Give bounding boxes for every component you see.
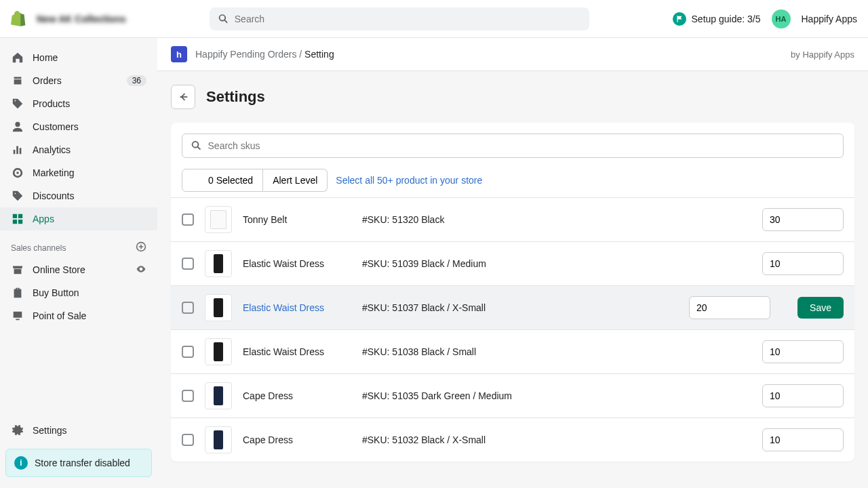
sidebar-item-settings[interactable]: Settings: [0, 419, 157, 442]
quantity-input[interactable]: [762, 384, 844, 407]
row-checkbox[interactable]: [182, 258, 194, 270]
sku-search[interactable]: [182, 134, 844, 158]
back-button[interactable]: [171, 85, 195, 109]
store-icon: [11, 263, 24, 277]
sidebar-item-marketing[interactable]: Marketing: [0, 161, 157, 184]
product-row: Tonny Belt #SKU: 51320 Black: [171, 197, 854, 241]
orders-badge: 36: [127, 75, 146, 86]
customers-icon: [11, 120, 24, 134]
sidebar-item-discounts[interactable]: Discounts: [0, 184, 157, 207]
product-name: Elastic Waist Dress: [243, 258, 351, 269]
product-name: Cape Dress: [243, 434, 351, 445]
settings-label: Settings: [33, 425, 67, 436]
store-name: New AK Collections: [37, 14, 126, 24]
user-display-name[interactable]: Happify Apps: [802, 14, 858, 24]
sidebar-item-orders[interactable]: Orders 36: [0, 69, 157, 92]
channel-label: Point of Sale: [33, 310, 86, 321]
product-row: Elastic Waist Dress #SKU: 51039 Black / …: [171, 241, 854, 285]
notice-text: Store transfer disabled: [35, 458, 130, 468]
quantity-input[interactable]: [762, 252, 844, 275]
product-name: Elastic Waist Dress: [243, 346, 351, 357]
settings-card: 0 Selected Alert Level Select all 50+ pr…: [171, 123, 854, 462]
quantity-input[interactable]: [762, 208, 844, 231]
row-checkbox[interactable]: [182, 214, 194, 226]
channel-pos[interactable]: Point of Sale: [0, 304, 157, 327]
setup-guide-label: Setup guide: 3/5: [692, 14, 761, 24]
product-sku: #SKU: 51320 Black: [362, 214, 751, 225]
select-all-link[interactable]: Select all 50+ product in your store: [336, 175, 482, 186]
product-row: Cape Dress #SKU: 51032 Black / X-Small: [171, 418, 854, 462]
product-row: Elastic Waist Dress #SKU: 51038 Black / …: [171, 329, 854, 373]
sidebar-item-label: Customers: [33, 121, 79, 132]
global-search[interactable]: [210, 7, 589, 30]
product-thumbnail: [205, 338, 232, 365]
search-icon: [191, 140, 203, 152]
sidebar-item-label: Marketing: [33, 167, 74, 178]
app-header: h Happify Pending Orders / Setting by Ha…: [157, 38, 868, 71]
product-thumbnail: [205, 294, 232, 321]
home-icon: [11, 51, 24, 64]
products-icon: [11, 97, 24, 110]
sidebar-item-home[interactable]: Home: [0, 46, 157, 69]
preview-icon[interactable]: [136, 264, 146, 277]
app-icon: h: [171, 46, 187, 62]
discounts-icon: [11, 189, 24, 203]
product-name: Tonny Belt: [243, 214, 351, 225]
analytics-icon: [11, 143, 24, 157]
breadcrumb-app[interactable]: Happify Pending Orders: [195, 49, 296, 60]
sidebar-item-label: Products: [33, 98, 70, 109]
save-button[interactable]: Save: [797, 297, 844, 319]
apps-icon: [11, 212, 24, 226]
sidebar-item-label: Analytics: [33, 144, 71, 155]
product-sku: #SKU: 51037 Black / X-Small: [362, 302, 678, 313]
search-icon: [218, 13, 229, 25]
channel-label: Online Store: [33, 264, 85, 275]
sidebar-item-products[interactable]: Products: [0, 92, 157, 115]
product-name: Cape Dress: [243, 390, 351, 401]
row-checkbox[interactable]: [182, 302, 194, 314]
sidebar: Home Orders 36 Products Customers Analyt…: [0, 38, 157, 488]
row-checkbox[interactable]: [182, 346, 194, 358]
channel-label: Buy Button: [33, 287, 79, 298]
product-sku: #SKU: 51035 Dark Green / Medium: [362, 390, 751, 401]
product-sku: #SKU: 51038 Black / Small: [362, 346, 751, 357]
product-sku: #SKU: 51032 Black / X-Small: [362, 434, 751, 445]
sku-search-input[interactable]: [208, 140, 835, 151]
marketing-icon: [11, 166, 24, 180]
selected-count-button[interactable]: 0 Selected: [182, 169, 263, 192]
product-thumbnail: [205, 426, 232, 453]
channel-buy-button[interactable]: Buy Button: [0, 281, 157, 304]
row-checkbox[interactable]: [182, 390, 194, 402]
sidebar-item-customers[interactable]: Customers: [0, 115, 157, 138]
product-row: Elastic Waist Dress #SKU: 51037 Black / …: [171, 285, 854, 329]
quantity-input[interactable]: [762, 428, 844, 451]
breadcrumb-current: Setting: [304, 49, 334, 60]
page-title: Settings: [206, 88, 265, 106]
notice-banner: i Store transfer disabled: [5, 449, 152, 477]
topbar: New AK Collections Setup guide: 3/5 HA H…: [0, 0, 868, 38]
product-name[interactable]: Elastic Waist Dress: [243, 302, 351, 313]
info-icon: i: [14, 456, 28, 470]
setup-guide[interactable]: Setup guide: 3/5: [673, 12, 761, 26]
row-checkbox[interactable]: [182, 434, 194, 446]
quantity-input[interactable]: [762, 340, 844, 363]
channel-online-store[interactable]: Online Store: [0, 258, 157, 281]
sidebar-item-label: Orders: [33, 75, 62, 86]
avatar[interactable]: HA: [772, 9, 791, 28]
flag-icon: [673, 12, 686, 26]
quantity-input[interactable]: [689, 296, 770, 319]
sidebar-item-analytics[interactable]: Analytics: [0, 138, 157, 161]
product-thumbnail: [205, 206, 232, 233]
sales-channels-heading: Sales channels: [0, 230, 157, 258]
add-channel-button[interactable]: [136, 241, 146, 254]
sidebar-item-apps[interactable]: Apps: [0, 207, 157, 230]
arrow-left-icon: [177, 91, 189, 103]
sidebar-item-label: Apps: [33, 214, 54, 224]
sidebar-item-label: Home: [33, 52, 58, 63]
main-content: h Happify Pending Orders / Setting by Ha…: [157, 38, 868, 488]
search-input[interactable]: [235, 14, 581, 24]
select-all-checkbox[interactable]: [192, 175, 203, 186]
product-thumbnail: [205, 250, 232, 277]
shopify-logo-icon: [11, 11, 26, 27]
alert-level-button[interactable]: Alert Level: [263, 169, 328, 192]
